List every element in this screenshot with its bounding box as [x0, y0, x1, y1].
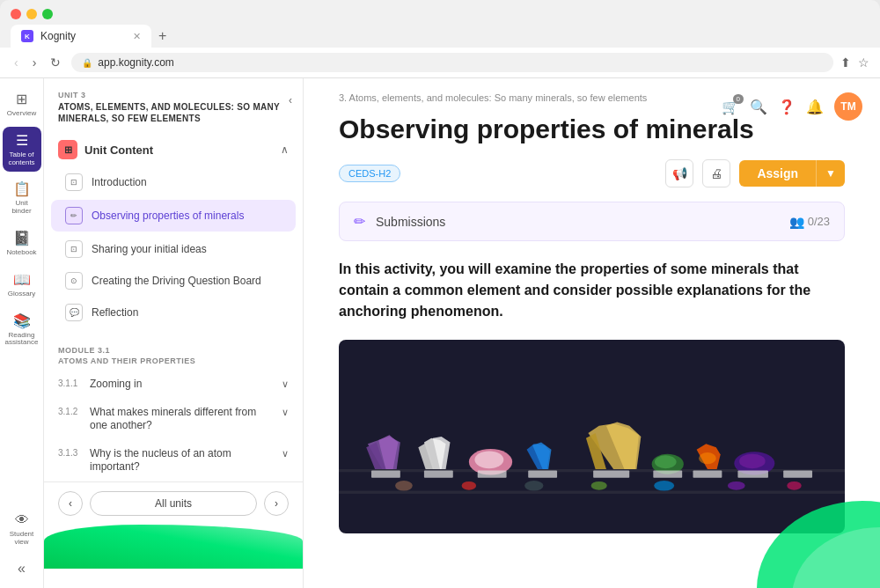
svg-rect-37 — [783, 471, 812, 478]
cart-button[interactable]: 🛒 0 — [722, 99, 739, 115]
announce-button[interactable]: 📢 — [665, 159, 693, 187]
content-sidebar: UNIT 3 ATOMS, ELEMENTS, AND MOLECULES: S… — [44, 78, 304, 588]
tab-favicon: K — [21, 30, 33, 42]
svg-rect-33 — [593, 471, 629, 478]
overview-icon: ⊞ — [16, 91, 27, 107]
minerals-image — [339, 340, 845, 533]
glossary-icon: 📖 — [13, 271, 31, 288]
help-button[interactable]: ❓ — [778, 99, 796, 115]
main-content: 🛒 0 🔍 ❓ 🔔 TM 3. Atoms, elements, and mol… — [304, 78, 880, 588]
sidebar-item-table-of-contents[interactable]: ☰ Table of contents — [3, 127, 41, 173]
sharing-label: Sharing your initial ideas — [92, 243, 207, 255]
bookmark-icon[interactable]: ☆ — [858, 55, 869, 70]
student-view-icon: 👁 — [15, 512, 29, 528]
sidebar-item-introduction[interactable]: ⊡ Introduction — [44, 166, 303, 198]
unit-header: UNIT 3 ATOMS, ELEMENTS, AND MOLECULES: S… — [44, 78, 303, 133]
sidebar-item-reflection[interactable]: 💬 Reflection — [44, 297, 303, 328]
svg-rect-30 — [424, 471, 453, 478]
unit-content-section: ⊞ Unit Content ∧ ⊡ Introduction ✏ Observ… — [44, 133, 303, 335]
sidebar-item-glossary[interactable]: 📖 Glossary — [3, 266, 41, 304]
collapse-icon: « — [18, 561, 26, 577]
unit-content-icon: ⊞ — [58, 140, 77, 159]
notebook-icon: 📓 — [13, 230, 31, 246]
module-item-311[interactable]: 3.1.1 Zooming in ∨ — [44, 371, 303, 399]
main-content-inner: 3. Atoms, elements, and molecules: So ma… — [304, 78, 880, 569]
module-item-313[interactable]: 3.1.3 Why is the nucleus of an atom impo… — [44, 440, 303, 481]
share-icon[interactable]: ⬆ — [840, 55, 851, 70]
maximize-window-button[interactable] — [42, 9, 53, 19]
module-311-chevron: ∨ — [282, 379, 289, 390]
module-311-num: 3.1.1 — [58, 379, 83, 388]
next-unit-button[interactable]: › — [264, 491, 289, 516]
header-icons: 🛒 0 🔍 ❓ 🔔 TM — [722, 92, 862, 121]
sidebar-item-reading-assistance[interactable]: 📚 Reading assistance — [3, 307, 41, 353]
search-button[interactable]: 🔍 — [750, 99, 767, 115]
submissions-count: 👥 0/23 — [789, 215, 830, 229]
back-button[interactable]: ‹ — [11, 54, 22, 71]
assign-button[interactable]: Assign — [739, 160, 816, 187]
close-window-button[interactable] — [11, 9, 21, 19]
tag-badge: CEDS-H2 — [339, 165, 400, 182]
sidebar-collapse-btn[interactable]: ‹ — [289, 94, 292, 107]
submissions-icon: ✏ — [354, 213, 365, 230]
unit-content-header: ⊞ Unit Content ∧ — [44, 133, 303, 166]
url-text: app.kognity.com — [98, 56, 174, 69]
all-units-button[interactable]: All units — [90, 491, 257, 516]
unit-content-chevron[interactable]: ∧ — [281, 143, 289, 156]
module-item-312[interactable]: 3.1.2 What makes minerals different from… — [44, 399, 303, 440]
submissions-bar[interactable]: ✏ Submissions 👥 0/23 — [339, 202, 845, 241]
module-label: MODULE 3.1 — [58, 346, 289, 355]
icon-sidebar: ⊞ Overview ☰ Table of contents 📋 Unit bi… — [0, 78, 44, 588]
cart-badge: 0 — [733, 94, 744, 104]
svg-point-28 — [787, 481, 801, 490]
sidebar-item-overview[interactable]: ⊞ Overview — [3, 85, 41, 123]
sidebar-item-notebook[interactable]: 📓 Notebook — [3, 224, 41, 262]
sidebar-green-wave — [44, 525, 303, 569]
prev-unit-button[interactable]: ‹ — [58, 491, 83, 516]
all-units-nav: ‹ All units › — [44, 481, 303, 525]
sidebar-item-sharing-ideas[interactable]: ⊡ Sharing your initial ideas — [44, 233, 303, 265]
traffic-lights — [11, 9, 53, 19]
unit-content-label: Unit Content — [84, 143, 153, 157]
svg-rect-32 — [528, 471, 557, 478]
tab-close-button[interactable]: ✕ — [133, 31, 141, 42]
svg-point-27 — [728, 481, 745, 490]
reflection-label: Reflection — [92, 306, 138, 319]
observing-label: Observing properties of minerals — [92, 209, 244, 222]
sidebar-item-observing-properties[interactable]: ✏ Observing properties of minerals — [51, 200, 296, 232]
sidebar-item-student-view[interactable]: 👁 Student view — [3, 507, 41, 552]
svg-rect-35 — [693, 471, 722, 478]
print-button[interactable]: 🖨 — [702, 159, 730, 187]
user-avatar[interactable]: TM — [834, 92, 862, 121]
address-bar[interactable]: 🔒 app.kognity.com — [71, 53, 833, 72]
svg-point-22 — [395, 481, 413, 491]
sidebar-item-unit-binder[interactable]: 📋 Unit binder — [3, 175, 41, 221]
reading-icon: 📚 — [13, 312, 31, 329]
assign-dropdown-button[interactable]: ▼ — [816, 160, 845, 187]
svg-point-17 — [655, 455, 677, 468]
reload-button[interactable]: ↻ — [47, 54, 64, 71]
forward-button[interactable]: › — [29, 54, 40, 71]
driving-question-label: Creating the Driving Question Board — [92, 275, 261, 287]
assign-group: Assign ▼ — [739, 160, 845, 187]
unit-content-title: ⊞ Unit Content — [58, 140, 153, 159]
app-container: ⊞ Overview ☰ Table of contents 📋 Unit bi… — [0, 78, 880, 588]
notifications-button[interactable]: 🔔 — [806, 99, 824, 115]
minimize-window-button[interactable] — [26, 9, 37, 19]
module-312-label: What makes minerals different from one a… — [90, 406, 275, 433]
sidebar-item-driving-question[interactable]: ⊙ Creating the Driving Question Board — [44, 265, 303, 297]
svg-point-21 — [739, 454, 766, 468]
new-tab-button[interactable]: + — [155, 25, 170, 48]
lock-icon: 🔒 — [82, 58, 92, 68]
module-312-num: 3.1.2 — [58, 407, 83, 416]
svg-point-25 — [591, 481, 607, 490]
sidebar-collapse-button[interactable]: « — [3, 555, 41, 582]
unit-label: UNIT 3 — [58, 91, 289, 99]
browser-toolbar: ‹ › ↻ 🔒 app.kognity.com ⬆ ☆ — [0, 48, 880, 78]
svg-rect-29 — [371, 471, 400, 478]
svg-rect-36 — [737, 471, 768, 478]
browser-tab-kognity[interactable]: K Kognity ✕ — [11, 25, 151, 48]
module-311-label: Zooming in — [90, 378, 275, 392]
unit-title: ATOMS, ELEMENTS, AND MOLECULES: SO MANY … — [58, 101, 289, 124]
activity-intro: In this activity, you will examine the p… — [339, 259, 845, 322]
